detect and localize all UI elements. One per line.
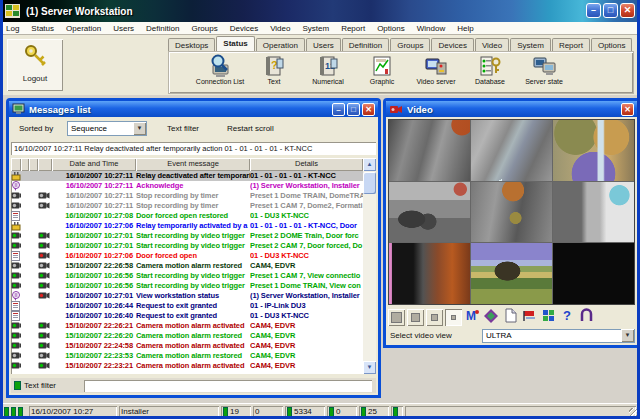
multiview-button[interactable]: M (464, 309, 481, 326)
messages-minimize-button[interactable]: – (332, 103, 345, 116)
tab-options[interactable]: Options (591, 38, 633, 51)
message-row[interactable]: 16/10/2007 10:26:56Start recording by vi… (11, 271, 363, 281)
scroll-up-icon[interactable]: ▲ (363, 158, 376, 171)
col-icon-3[interactable] (29, 158, 38, 171)
message-row[interactable]: 16/10/2007 10:27:11Acknowledge(1) Server… (11, 181, 363, 191)
tab-report[interactable]: Report (552, 38, 590, 51)
col-icon-1[interactable] (11, 158, 21, 171)
toolbar-button-text[interactable]: ?Text (247, 54, 301, 86)
message-row[interactable]: 16/10/2007 10:27:11Stop recording by tim… (11, 201, 363, 211)
video-cell-cam-4[interactable] (389, 182, 470, 243)
menu-report[interactable]: Report (335, 24, 371, 33)
scroll-down-icon[interactable]: ▼ (363, 361, 376, 374)
message-row[interactable]: 16/10/2007 10:27:06Relay temporarily act… (11, 221, 363, 231)
col-date[interactable]: Date and Time (52, 158, 136, 171)
size-small-button[interactable] (426, 309, 443, 326)
tab-video[interactable]: Video (475, 38, 509, 51)
toolbar-button-connection-list[interactable]: Connection List (193, 54, 247, 86)
message-row[interactable]: 16/10/2007 10:27:01View workstation stat… (11, 291, 363, 301)
size-tiny-button[interactable] (445, 309, 462, 326)
mosaic-button[interactable] (540, 309, 557, 326)
size-large-button[interactable] (388, 309, 405, 326)
col-details[interactable]: Details (250, 158, 363, 171)
text-filter-toggle[interactable]: Text filter (167, 124, 199, 133)
logout-button[interactable]: Logout (7, 39, 63, 91)
chevron-down-icon[interactable]: ▼ (133, 122, 146, 135)
tab-definition[interactable]: Definition (342, 38, 389, 51)
resize-grip[interactable] (629, 408, 639, 418)
menu-video[interactable]: Video (264, 24, 296, 33)
scroll-thumb[interactable] (363, 172, 376, 194)
tab-system[interactable]: System (510, 38, 551, 51)
col-icon-4[interactable] (38, 158, 52, 171)
message-row[interactable]: 16/10/2007 10:27:01Start recording by vi… (11, 231, 363, 241)
messages-maximize-button[interactable]: □ (347, 103, 360, 116)
message-row[interactable]: 15/10/2007 22:23:21Camera motion alarm a… (11, 361, 363, 371)
message-row[interactable]: 16/10/2007 10:26:56Start recording by vi… (11, 281, 363, 291)
menu-devices[interactable]: Devices (224, 24, 264, 33)
message-row[interactable]: 15/10/2007 22:24:58Camera motion alarm a… (11, 341, 363, 351)
toolbar-button-server-state[interactable]: Server state (517, 54, 571, 86)
tab-operation[interactable]: Operation (256, 38, 305, 51)
video-cell-cam-1[interactable] (389, 120, 470, 181)
col-icon-2[interactable] (21, 158, 29, 171)
messages-titlebar[interactable]: Messages list – □ ✕ (9, 101, 378, 117)
video-cell-cam-2[interactable] (471, 120, 552, 181)
message-row[interactable]: 15/10/2007 22:23:53Camera motion alarm r… (11, 351, 363, 361)
menu-window[interactable]: Window (411, 24, 451, 33)
size-medium-button[interactable] (407, 309, 424, 326)
chevron-down-icon[interactable]: ▼ (621, 329, 634, 342)
tab-users[interactable]: Users (306, 38, 341, 51)
col-event[interactable]: Event message (136, 158, 250, 171)
tab-desktops[interactable]: Desktops (168, 38, 215, 51)
message-row[interactable]: 15/10/2007 22:26:58Camera motion alarm r… (11, 261, 363, 271)
video-titlebar[interactable]: Video ✕ (386, 101, 637, 117)
video-cell-cam-8[interactable] (471, 243, 552, 304)
messages-close-button[interactable]: ✕ (362, 103, 375, 116)
menu-operation[interactable]: Operation (60, 24, 107, 33)
video-cell-cam-6[interactable] (553, 182, 634, 243)
video-cell-cam-3[interactable] (553, 120, 634, 181)
menu-system[interactable]: System (296, 24, 335, 33)
toolbar-button-database[interactable]: Database (463, 54, 517, 86)
message-row[interactable]: 16/10/2007 10:27:11Stop recording by tim… (11, 191, 363, 201)
message-row[interactable]: 16/10/2007 10:27:08Door forced open rest… (11, 211, 363, 221)
help-button[interactable]: ? (559, 309, 576, 326)
message-row[interactable]: 16/10/2007 10:27:06Door forced open01 - … (11, 251, 363, 261)
video-cell-cam-7[interactable] (389, 243, 470, 304)
toolbar-button-video-server[interactable]: Video server (409, 54, 463, 86)
exit-button[interactable] (578, 309, 595, 326)
message-row[interactable]: 16/10/2007 10:27:01Start recording by vi… (11, 241, 363, 251)
video-cell-cam-9[interactable] (553, 243, 634, 304)
menu-log[interactable]: Log (0, 24, 25, 33)
video-close-button[interactable]: ✕ (621, 103, 634, 116)
sort-order-select[interactable]: Sequence ▼ (67, 121, 147, 136)
record-flag-button[interactable] (521, 309, 538, 326)
tab-groups[interactable]: Groups (390, 38, 430, 51)
snapshot-button[interactable] (502, 309, 519, 326)
message-row[interactable]: 15/10/2007 22:26:20Camera motion alarm r… (11, 331, 363, 341)
restart-scroll-button[interactable]: Restart scroll (227, 124, 274, 133)
message-row[interactable]: 16/10/2007 10:27:11Relay deactivated aft… (11, 171, 363, 181)
video-cell-cam-5[interactable] (471, 182, 552, 243)
tab-status[interactable]: Status (216, 36, 254, 51)
message-row[interactable]: 15/10/2007 22:26:21Camera motion alarm a… (11, 321, 363, 331)
text-filter-input[interactable] (84, 380, 372, 392)
menu-definition[interactable]: Definition (140, 24, 185, 33)
maximize-button[interactable]: □ (603, 3, 618, 18)
menu-options[interactable]: Options (371, 24, 411, 33)
message-row[interactable]: 16/10/2007 10:26:40Request to exit grant… (11, 311, 363, 321)
toolbar-button-graphic[interactable]: Graphic (355, 54, 409, 86)
tab-devices[interactable]: Devices (431, 38, 473, 51)
close-button[interactable]: ✕ (620, 3, 635, 18)
toolbar-button-numerical[interactable]: 12Numerical (301, 54, 355, 86)
video-view-select[interactable]: ULTRA ▼ (482, 329, 635, 343)
palette-button[interactable] (483, 309, 500, 326)
minimize-button[interactable]: – (586, 3, 601, 18)
menu-users[interactable]: Users (107, 24, 140, 33)
menu-groups[interactable]: Groups (185, 24, 223, 33)
menu-help[interactable]: Help (451, 24, 479, 33)
message-row[interactable]: 16/10/2007 10:26:44Request to exit grant… (11, 301, 363, 311)
messages-scrollbar[interactable]: ▲ ▼ (363, 158, 376, 374)
menu-status[interactable]: Status (25, 24, 60, 33)
